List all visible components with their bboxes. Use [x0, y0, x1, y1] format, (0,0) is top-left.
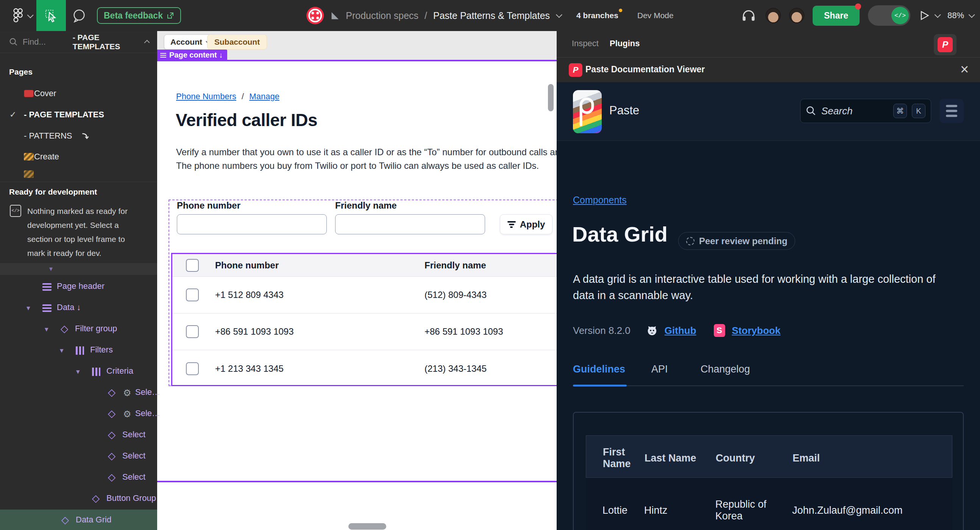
present-button[interactable]	[919, 10, 939, 21]
layer-page-header[interactable]: Page header	[0, 276, 157, 297]
find-input[interactable]	[23, 37, 68, 47]
layer-select-instance-1[interactable]: ◇ ⚙ Sele…	[0, 382, 157, 403]
component-heading: Data Grid	[572, 222, 668, 246]
audio-call-button[interactable]	[740, 7, 757, 24]
select-all-checkbox[interactable]	[186, 259, 199, 272]
phone-numbers-link[interactable]: Phone Numbers	[176, 92, 236, 101]
instance-diamond-icon: ◇	[108, 408, 116, 418]
curved-arrow-icon	[81, 132, 91, 140]
close-plugin-icon[interactable]: ×	[960, 60, 969, 78]
design-canvas[interactable]: Account Subaccount Page content ↓ Phone …	[157, 31, 557, 530]
twilio-org-logo[interactable]	[306, 7, 324, 24]
layer-filter-group[interactable]: ▾ ◇ Filter group	[0, 318, 157, 340]
zoom-level: 88%	[947, 11, 964, 21]
active-plugin-chip[interactable]: P	[934, 34, 956, 55]
toolbar-right-group: Share </> 88%	[740, 0, 973, 31]
present-chevron-icon[interactable]	[935, 11, 941, 18]
sidebar-page-partial[interactable]	[0, 167, 157, 182]
figma-menu-button[interactable]	[9, 8, 27, 24]
row-checkbox[interactable]	[186, 289, 199, 301]
layer-filters[interactable]: ▾ Filters	[0, 340, 157, 361]
sidebar-page-patterns[interactable]: - PATTERNS	[0, 125, 157, 146]
vertical-scrollbar-thumb[interactable]	[548, 84, 554, 111]
sidebar-page-page-templates[interactable]: ✓ - PAGE TEMPLATES	[0, 104, 157, 125]
collaborator-avatar-2[interactable]	[789, 8, 804, 23]
paste-rainbow-logo	[573, 90, 602, 133]
table-row[interactable]: +86 591 1093 1093 +86 591 1093 1093	[172, 313, 557, 350]
manage-link[interactable]: Manage	[249, 92, 280, 101]
expand-chevron-icon[interactable]: ▾	[60, 346, 64, 355]
horizontal-scrollbar-thumb[interactable]	[348, 523, 386, 530]
layer-data-grid-selected[interactable]: ◇ Data Grid	[0, 509, 157, 530]
layer-button-group[interactable]: ◇ Button Group	[0, 488, 157, 509]
tab-plugins[interactable]: Plugins	[610, 39, 640, 48]
subaccount-tab[interactable]: Subaccount	[207, 35, 267, 49]
file-menu-chevron-icon[interactable]	[556, 11, 562, 18]
current-page-selector[interactable]: - PAGE TEMPLATES	[73, 33, 150, 51]
grid-row[interactable]: Lottie Hintz Republic of Korea John.Zula…	[586, 478, 952, 530]
github-link[interactable]: Github	[665, 325, 696, 336]
tab-inspect[interactable]: Inspect	[572, 39, 599, 48]
expand-chevron-icon[interactable]: ▾	[27, 304, 30, 312]
layer-select-3[interactable]: ◇ Select	[0, 467, 157, 488]
active-tab-underline	[573, 385, 627, 387]
grid-column-header[interactable]: First Name	[586, 436, 644, 478]
layer-select-2[interactable]: ◇ Select	[0, 446, 157, 467]
layer-select-instance-2[interactable]: ◇ ⚙ Sele…	[0, 403, 157, 424]
phone-number-column-header[interactable]: Phone number	[215, 260, 279, 271]
component-description: A data grid is an interactive table used…	[573, 271, 951, 304]
row-checkbox[interactable]	[186, 362, 199, 375]
layer-select-1[interactable]: ◇ Select	[0, 424, 157, 446]
caller-id-table[interactable]: Phone number Friendly name +1 512 809 43…	[171, 253, 557, 386]
grid-column-header[interactable]: Last Name	[644, 436, 716, 478]
tab-guidelines[interactable]: Guidelines	[573, 363, 625, 375]
tab-changelog[interactable]: Changelog	[700, 363, 750, 375]
table-header-row: Phone number Friendly name	[172, 254, 557, 277]
account-label: Account	[170, 38, 202, 46]
table-row[interactable]: +1 512 809 4343 (512) 809-4343	[172, 277, 557, 313]
comment-tool-button[interactable]	[70, 8, 88, 24]
doc-search-box[interactable]: Search ⌘ K	[800, 99, 931, 123]
beta-feedback-badge[interactable]: Beta feedback	[97, 7, 181, 24]
current-page-check-icon: ✓	[10, 110, 16, 120]
friendly-cell: (213) 343-1345	[425, 363, 487, 374]
friendly-name-column-header[interactable]: Friendly name	[425, 260, 486, 271]
page-thumbnail-icon	[24, 170, 34, 178]
expand-chevron-icon[interactable]: ▾	[45, 325, 48, 333]
file-name[interactable]: Paste Patterns & Templates	[433, 10, 550, 21]
friendly-name-input[interactable]	[335, 214, 485, 234]
instance-diamond-icon: ◇	[108, 387, 116, 397]
zoom-menu[interactable]: 88%	[947, 11, 973, 21]
external-link-icon	[167, 12, 174, 19]
peer-review-label: Peer review pending	[699, 236, 787, 246]
expand-chevron-icon[interactable]: ▾	[76, 367, 80, 376]
grid-column-header[interactable]: Email	[792, 436, 952, 478]
storybook-link[interactable]: Storybook	[732, 325, 781, 336]
table-row[interactable]: +1 213 343 1345 (213) 343-1345	[172, 350, 557, 387]
figma-menu-chevron-icon[interactable]	[27, 12, 34, 18]
collaborator-avatar-1[interactable]	[766, 8, 781, 23]
layer-criteria[interactable]: ▾ Criteria	[0, 361, 157, 382]
frame-selection-label[interactable]: Page content ↓	[157, 49, 227, 60]
grid-column-header[interactable]: Country	[716, 436, 792, 478]
dev-mode-toggle[interactable]: </>	[868, 5, 910, 26]
apply-button[interactable]: Apply	[500, 214, 552, 234]
phone-cell: +1 213 343 1345	[215, 363, 284, 374]
sidebar-page-create[interactable]: Create	[0, 146, 157, 167]
panel-tab-bar: Inspect Plugins P	[557, 31, 980, 57]
project-name[interactable]: Production specs	[346, 10, 418, 21]
tab-api[interactable]: API	[651, 363, 668, 375]
layer-row-partial[interactable]: ▾	[0, 263, 157, 275]
sidebar-page-cover[interactable]: Cover	[0, 83, 157, 104]
columns-icon	[76, 346, 84, 355]
select-tool-button[interactable]	[37, 0, 66, 31]
layer-data[interactable]: ▾ Data ↓	[0, 297, 157, 318]
description-line-2: The phone numbers you buy from Twilio or…	[176, 159, 557, 173]
branches-button[interactable]: 4 branches	[576, 11, 621, 20]
row-checkbox[interactable]	[186, 325, 199, 338]
doc-menu-button[interactable]	[939, 99, 964, 123]
layer-label: Sele…	[135, 387, 160, 397]
components-breadcrumb-link[interactable]: Components	[573, 195, 627, 206]
phone-number-input[interactable]	[177, 214, 327, 234]
share-button[interactable]: Share	[813, 6, 859, 26]
